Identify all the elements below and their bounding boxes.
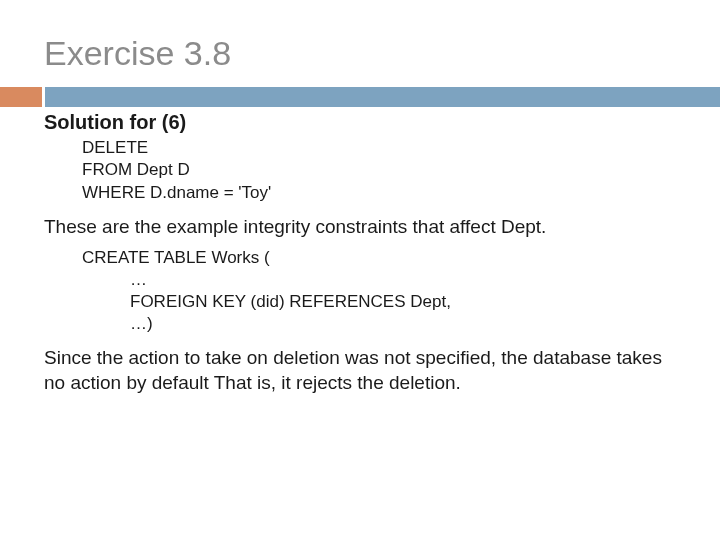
paragraph-constraints: These are the example integrity constrai… (44, 214, 676, 239)
code-line: WHERE D.dname = 'Toy' (82, 182, 676, 204)
code-line: … (130, 269, 676, 291)
slide-content: Solution for (6) DELETE FROM Dept D WHER… (0, 109, 720, 395)
code-line: FOREIGN KEY (did) REFERENCES Dept, (130, 291, 676, 313)
sql-create-block: CREATE TABLE Works ( … FOREIGN KEY (did)… (82, 247, 676, 335)
accent-block (0, 87, 42, 107)
code-line: DELETE (82, 137, 676, 159)
code-line: …) (130, 313, 676, 335)
blue-band (45, 87, 720, 107)
sql-delete-block: DELETE FROM Dept D WHERE D.dname = 'Toy' (82, 137, 676, 203)
code-line: FROM Dept D (82, 159, 676, 181)
solution-heading: Solution for (6) (44, 109, 676, 135)
slide-title: Exercise 3.8 (0, 0, 720, 87)
title-divider (0, 87, 720, 107)
paragraph-explanation: Since the action to take on deletion was… (44, 345, 676, 395)
code-line: CREATE TABLE Works ( (82, 247, 676, 269)
